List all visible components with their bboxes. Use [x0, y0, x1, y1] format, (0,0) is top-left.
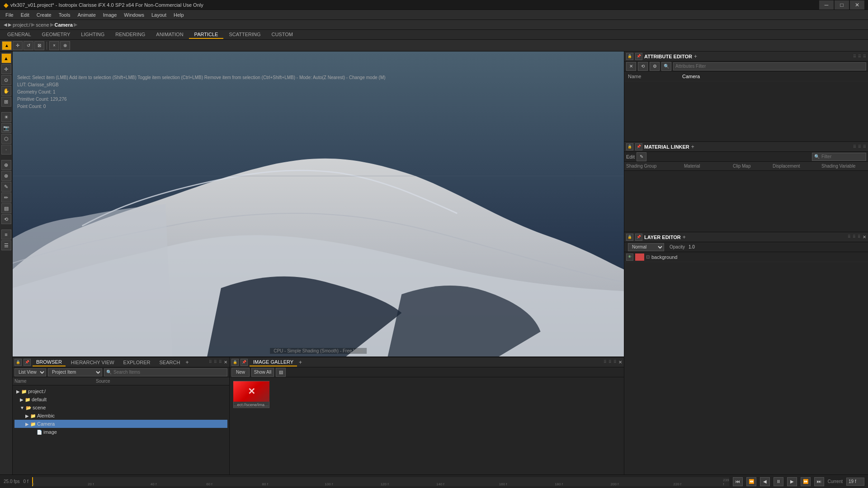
gallery-thumb-btn[interactable]: ▤ [276, 368, 286, 377]
timeline-ruler[interactable]: 0 20 f 40 f 60 f 80 f 100 f 120 f 140 f … [32, 477, 729, 486]
type-select[interactable]: Project Item [48, 368, 102, 376]
attr-tool-1[interactable]: ✕ [626, 62, 636, 71]
breadcrumb-project[interactable]: project:/ [13, 22, 30, 28]
tool-h[interactable]: ☰ [1, 240, 11, 250]
agrip-2[interactable]: ⠿ [858, 54, 861, 59]
ggrip-3[interactable]: ⠿ [613, 360, 617, 365]
cam-btn[interactable]: 📷 [1, 123, 11, 133]
tab-image-gallery[interactable]: IMAGE GALLERY [250, 358, 297, 366]
layer-pin-btn[interactable]: 📌 [635, 234, 642, 241]
tab-browser[interactable]: BROWSER [33, 358, 66, 366]
tree-image[interactable]: 📄 image [14, 428, 227, 436]
add-gallery-tab-btn[interactable]: + [299, 359, 302, 366]
ggrip-1[interactable]: ⠿ [604, 360, 607, 365]
mat-lock-btn[interactable]: 🔒 [626, 143, 633, 150]
back-icon[interactable]: ◀ [4, 22, 7, 27]
gallery-lock-btn[interactable]: 🔒 [231, 359, 239, 366]
play-end-btn[interactable]: ⏭ [814, 477, 824, 486]
mgrip-1[interactable]: ⠿ [853, 145, 856, 149]
gallery-new-btn[interactable]: New [231, 368, 250, 377]
attr-tool-3[interactable]: ⚙ [650, 62, 660, 71]
tab-general[interactable]: GENERAL [2, 31, 37, 39]
tool-b[interactable]: ⊗ [1, 171, 11, 181]
breadcrumb-camera[interactable]: Camera [55, 22, 73, 28]
mgrip-3[interactable]: ⠿ [863, 145, 866, 149]
menu-windows[interactable]: Windows [120, 11, 148, 19]
tab-animation[interactable]: ANIMATION [151, 31, 189, 39]
current-frame-input[interactable] [846, 478, 864, 486]
tab-lighting[interactable]: LIGHTING [75, 31, 110, 39]
forward-icon[interactable]: ▶ [8, 22, 12, 27]
part-btn[interactable]: · [1, 145, 11, 155]
bgrip-2[interactable]: ⠿ [214, 360, 217, 365]
tab-search[interactable]: SEARCH [156, 359, 184, 366]
menu-create[interactable]: Create [33, 11, 55, 19]
tab-custom[interactable]: CUSTOM [266, 31, 298, 39]
tool-e[interactable]: ▤ [1, 203, 11, 213]
view-mode-select[interactable]: List View [14, 368, 46, 376]
tab-rendering[interactable]: RENDERING [110, 31, 151, 39]
tab-geometry[interactable]: GEOMETRY [37, 31, 76, 39]
ggrip-2[interactable]: ⠿ [609, 360, 612, 365]
attr-pin-btn[interactable]: 📌 [635, 53, 642, 60]
layer-lock-btn[interactable]: 🔒 [626, 234, 633, 241]
close-gallery-btn[interactable]: ✕ [618, 360, 622, 365]
tool-c[interactable]: ✎ [1, 182, 11, 192]
tree-default[interactable]: ▶ 📁 default [14, 395, 227, 404]
lights-btn[interactable]: ☀ [1, 112, 11, 122]
attr-tool-2[interactable]: ⟲ [638, 62, 648, 71]
browser-lock-btn[interactable]: 🔒 [14, 359, 22, 366]
menu-file[interactable]: File [2, 11, 17, 19]
minimize-button[interactable]: ─ [819, 0, 834, 9]
blend-mode-select[interactable]: Normal [628, 243, 664, 251]
rotate-tool-btn[interactable]: ↺ [24, 41, 33, 50]
tab-explorer[interactable]: EXPLORER [120, 359, 154, 366]
scale-tool-btn[interactable]: ⊠ [34, 41, 44, 50]
menu-help[interactable]: Help [170, 11, 188, 19]
play-start-btn[interactable]: ⏮ [733, 477, 743, 486]
viewport-3d[interactable]: Select: Select item (LMB) Add item to se… [13, 52, 624, 357]
browser-pin-btn[interactable]: 📌 [24, 359, 31, 366]
add-layer-btn[interactable]: + [683, 234, 686, 240]
bgrip-3[interactable]: ⠿ [219, 360, 222, 365]
close-layer-btn[interactable]: ✕ [863, 235, 866, 239]
tree-camera[interactable]: ▶ 📁 Camera [14, 420, 227, 428]
close-browser-btn[interactable]: ✕ [224, 360, 227, 365]
orbit-btn[interactable]: ✛ [1, 64, 11, 74]
pan-btn[interactable]: ✋ [1, 86, 11, 96]
mat-edit-btn[interactable]: ✎ [637, 152, 646, 161]
menu-tools[interactable]: Tools [55, 11, 74, 19]
menu-layout[interactable]: Layout [148, 11, 170, 19]
lgrip-3[interactable]: ⠿ [858, 235, 861, 239]
select-tool-btn[interactable]: ▲ [2, 41, 12, 50]
select-mode-btn[interactable]: ▲ [1, 53, 11, 63]
lgrip-1[interactable]: ⠿ [848, 235, 851, 239]
tree-root[interactable]: ▶ 📁 project:/ [14, 387, 227, 395]
play-btn[interactable]: ▶ [787, 477, 797, 486]
tool-g[interactable]: ≡ [1, 230, 11, 239]
bgrip-1[interactable]: ⠿ [209, 360, 212, 365]
move-tool-btn[interactable]: ✛ [13, 41, 23, 50]
geo-btn[interactable]: ⬡ [1, 134, 11, 144]
pause-btn[interactable]: ⏸ [774, 477, 783, 486]
tool-f[interactable]: ⟲ [1, 214, 11, 224]
mgrip-2[interactable]: ⠿ [858, 145, 861, 149]
gallery-pin-btn[interactable]: 📌 [241, 359, 248, 366]
browser-search-input[interactable] [113, 370, 225, 375]
menu-animate[interactable]: Animate [74, 11, 99, 19]
attr-lock-btn[interactable]: 🔒 [626, 53, 633, 60]
tool-d[interactable]: ✏ [1, 192, 11, 202]
mat-filter-input[interactable] [821, 154, 864, 159]
add-attr-btn[interactable]: + [694, 53, 697, 60]
step-fwd-btn[interactable]: ⏩ [801, 477, 811, 486]
zoom-btn[interactable]: ⊙ [1, 75, 11, 85]
menu-edit[interactable]: Edit [17, 11, 33, 19]
step-back-btn[interactable]: ◀ [760, 477, 770, 486]
menu-image[interactable]: Image [99, 11, 121, 19]
lgrip-2[interactable]: ⠿ [853, 235, 856, 239]
play-back-btn[interactable]: ⏪ [746, 477, 756, 486]
attr-search-input[interactable] [673, 62, 866, 70]
tool4[interactable]: ⊕ [60, 41, 70, 50]
add-browser-tab-btn[interactable]: + [185, 359, 189, 366]
tool3[interactable]: × [49, 41, 59, 50]
